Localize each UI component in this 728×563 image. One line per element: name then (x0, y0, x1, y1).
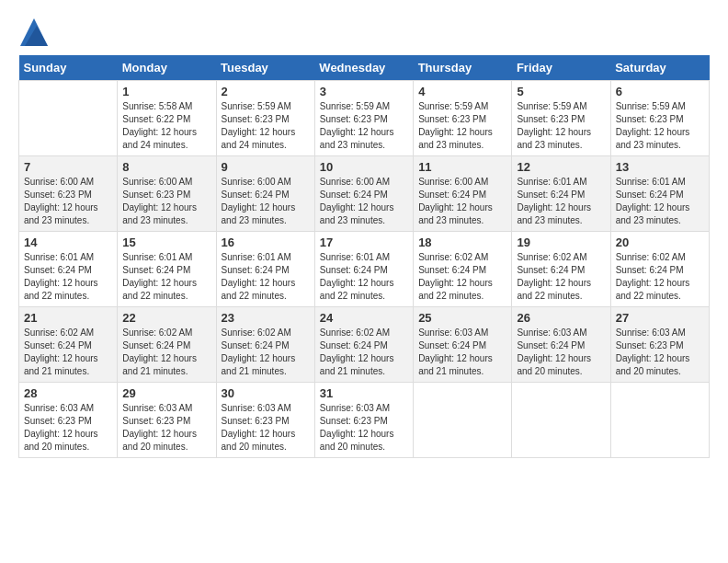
calendar-cell (414, 383, 512, 458)
day-info: Sunrise: 5:59 AMSunset: 6:23 PMDaylight:… (222, 100, 310, 152)
calendar-cell: 5Sunrise: 5:59 AMSunset: 6:23 PMDaylight… (512, 81, 610, 156)
calendar-cell: 30Sunrise: 6:03 AMSunset: 6:23 PMDayligh… (216, 383, 314, 458)
day-info: Sunrise: 6:01 AMSunset: 6:24 PMDaylight:… (24, 251, 112, 303)
day-info: Sunrise: 6:03 AMSunset: 6:23 PMDaylight:… (222, 402, 310, 454)
day-number: 4 (418, 85, 506, 98)
day-number: 7 (24, 160, 112, 174)
day-info: Sunrise: 5:59 AMSunset: 6:23 PMDaylight:… (616, 100, 704, 152)
day-number: 9 (222, 160, 310, 174)
calendar-cell: 1Sunrise: 5:58 AMSunset: 6:22 PMDaylight… (118, 81, 216, 156)
day-info: Sunrise: 6:03 AMSunset: 6:24 PMDaylight:… (418, 327, 506, 378)
calendar-cell: 22Sunrise: 6:02 AMSunset: 6:24 PMDayligh… (118, 307, 216, 383)
calendar-cell: 8Sunrise: 6:00 AMSunset: 6:23 PMDaylight… (118, 156, 216, 232)
day-number: 29 (122, 386, 210, 400)
day-info: Sunrise: 5:59 AMSunset: 6:23 PMDaylight:… (418, 100, 506, 152)
calendar-cell: 11Sunrise: 6:00 AMSunset: 6:24 PMDayligh… (414, 156, 512, 232)
day-info: Sunrise: 6:02 AMSunset: 6:24 PMDaylight:… (222, 327, 310, 378)
weekday-header-thursday: Thursday (414, 55, 512, 81)
calendar-cell: 14Sunrise: 6:01 AMSunset: 6:24 PMDayligh… (19, 232, 118, 307)
calendar-cell: 29Sunrise: 6:03 AMSunset: 6:23 PMDayligh… (118, 383, 216, 458)
calendar-body: 1Sunrise: 5:58 AMSunset: 6:22 PMDaylight… (19, 81, 710, 458)
day-info: Sunrise: 6:03 AMSunset: 6:23 PMDaylight:… (24, 402, 112, 454)
day-number: 5 (517, 85, 605, 98)
day-number: 14 (24, 236, 112, 249)
day-number: 12 (517, 160, 605, 174)
calendar-cell: 12Sunrise: 6:01 AMSunset: 6:24 PMDayligh… (512, 156, 610, 232)
calendar-cell: 25Sunrise: 6:03 AMSunset: 6:24 PMDayligh… (414, 307, 512, 383)
weekday-header-monday: Monday (118, 55, 216, 81)
calendar-cell: 10Sunrise: 6:00 AMSunset: 6:24 PMDayligh… (314, 156, 413, 232)
calendar-cell (19, 81, 118, 156)
calendar-cell: 3Sunrise: 5:59 AMSunset: 6:23 PMDaylight… (314, 81, 413, 156)
day-info: Sunrise: 6:02 AMSunset: 6:24 PMDaylight:… (122, 327, 210, 378)
day-info: Sunrise: 6:03 AMSunset: 6:23 PMDaylight:… (616, 327, 704, 378)
day-number: 30 (222, 386, 310, 400)
day-number: 17 (320, 236, 408, 249)
day-info: Sunrise: 6:00 AMSunset: 6:24 PMDaylight:… (418, 176, 506, 227)
calendar-table: SundayMondayTuesdayWednesdayThursdayFrid… (18, 55, 710, 458)
calendar-cell: 9Sunrise: 6:00 AMSunset: 6:24 PMDaylight… (216, 156, 314, 232)
day-number: 27 (616, 311, 704, 325)
calendar-cell: 7Sunrise: 6:00 AMSunset: 6:23 PMDaylight… (19, 156, 118, 232)
day-number: 28 (24, 386, 112, 400)
logo (18, 18, 48, 46)
weekday-header-tuesday: Tuesday (216, 55, 314, 81)
day-info: Sunrise: 6:03 AMSunset: 6:23 PMDaylight:… (320, 402, 408, 454)
day-number: 21 (24, 311, 112, 325)
day-number: 22 (122, 311, 210, 325)
calendar-cell: 4Sunrise: 5:59 AMSunset: 6:23 PMDaylight… (414, 81, 512, 156)
calendar-cell: 20Sunrise: 6:02 AMSunset: 6:24 PMDayligh… (610, 232, 709, 307)
calendar-cell: 13Sunrise: 6:01 AMSunset: 6:24 PMDayligh… (610, 156, 709, 232)
day-number: 15 (122, 236, 210, 249)
weekday-header-row: SundayMondayTuesdayWednesdayThursdayFrid… (19, 55, 710, 81)
day-number: 18 (418, 236, 506, 249)
day-info: Sunrise: 6:03 AMSunset: 6:24 PMDaylight:… (517, 327, 605, 378)
day-number: 10 (320, 160, 408, 174)
day-number: 3 (320, 85, 408, 98)
day-info: Sunrise: 6:01 AMSunset: 6:24 PMDaylight:… (517, 176, 605, 227)
calendar-cell: 21Sunrise: 6:02 AMSunset: 6:24 PMDayligh… (19, 307, 118, 383)
weekday-header-saturday: Saturday (610, 55, 709, 81)
day-info: Sunrise: 6:02 AMSunset: 6:24 PMDaylight:… (24, 327, 112, 378)
calendar-cell: 17Sunrise: 6:01 AMSunset: 6:24 PMDayligh… (314, 232, 413, 307)
weekday-header-friday: Friday (512, 55, 610, 81)
day-info: Sunrise: 6:01 AMSunset: 6:24 PMDaylight:… (222, 251, 310, 303)
calendar-header: SundayMondayTuesdayWednesdayThursdayFrid… (19, 55, 710, 81)
calendar-week-row: 28Sunrise: 6:03 AMSunset: 6:23 PMDayligh… (19, 383, 710, 458)
calendar-cell: 15Sunrise: 6:01 AMSunset: 6:24 PMDayligh… (118, 232, 216, 307)
day-info: Sunrise: 6:01 AMSunset: 6:24 PMDaylight:… (122, 251, 210, 303)
day-info: Sunrise: 5:59 AMSunset: 6:23 PMDaylight:… (320, 100, 408, 152)
day-info: Sunrise: 6:02 AMSunset: 6:24 PMDaylight:… (320, 327, 408, 378)
calendar-week-row: 21Sunrise: 6:02 AMSunset: 6:24 PMDayligh… (19, 307, 710, 383)
day-number: 13 (616, 160, 704, 174)
day-info: Sunrise: 5:58 AMSunset: 6:22 PMDaylight:… (122, 100, 210, 152)
day-info: Sunrise: 5:59 AMSunset: 6:23 PMDaylight:… (517, 100, 605, 152)
calendar-week-row: 1Sunrise: 5:58 AMSunset: 6:22 PMDaylight… (19, 81, 710, 156)
day-number: 20 (616, 236, 704, 249)
day-number: 24 (320, 311, 408, 325)
page-header (18, 18, 710, 46)
weekday-header-wednesday: Wednesday (314, 55, 413, 81)
day-number: 11 (418, 160, 506, 174)
logo-icon (20, 18, 48, 46)
weekday-header-sunday: Sunday (19, 55, 118, 81)
day-number: 25 (418, 311, 506, 325)
calendar-cell: 19Sunrise: 6:02 AMSunset: 6:24 PMDayligh… (512, 232, 610, 307)
day-info: Sunrise: 6:00 AMSunset: 6:24 PMDaylight:… (222, 176, 310, 227)
calendar-cell: 24Sunrise: 6:02 AMSunset: 6:24 PMDayligh… (314, 307, 413, 383)
day-info: Sunrise: 6:03 AMSunset: 6:23 PMDaylight:… (122, 402, 210, 454)
day-info: Sunrise: 6:02 AMSunset: 6:24 PMDaylight:… (517, 251, 605, 303)
day-info: Sunrise: 6:02 AMSunset: 6:24 PMDaylight:… (616, 251, 704, 303)
day-number: 23 (222, 311, 310, 325)
day-number: 26 (517, 311, 605, 325)
calendar-cell: 6Sunrise: 5:59 AMSunset: 6:23 PMDaylight… (610, 81, 709, 156)
day-info: Sunrise: 6:02 AMSunset: 6:24 PMDaylight:… (418, 251, 506, 303)
day-number: 16 (222, 236, 310, 249)
day-info: Sunrise: 6:00 AMSunset: 6:24 PMDaylight:… (320, 176, 408, 227)
calendar-cell: 27Sunrise: 6:03 AMSunset: 6:23 PMDayligh… (610, 307, 709, 383)
calendar-cell: 31Sunrise: 6:03 AMSunset: 6:23 PMDayligh… (314, 383, 413, 458)
day-info: Sunrise: 6:01 AMSunset: 6:24 PMDaylight:… (616, 176, 704, 227)
calendar-cell: 26Sunrise: 6:03 AMSunset: 6:24 PMDayligh… (512, 307, 610, 383)
calendar-cell (512, 383, 610, 458)
calendar-week-row: 7Sunrise: 6:00 AMSunset: 6:23 PMDaylight… (19, 156, 710, 232)
